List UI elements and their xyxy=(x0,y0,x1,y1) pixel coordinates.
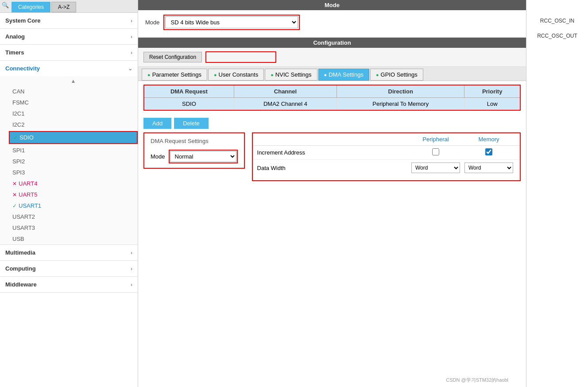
section-computing-header[interactable]: Computing › xyxy=(0,261,138,276)
cell-channel: DMA2 Channel 4 xyxy=(234,98,337,111)
peripheral-memory-box: Peripheral Memory Increment Address Data… xyxy=(252,132,521,181)
tab-dma-settings[interactable]: ● DMA Settings xyxy=(318,69,369,81)
add-button[interactable]: Add xyxy=(143,118,171,129)
check-icon-dma: ● xyxy=(324,72,327,77)
action-buttons: Add Delete xyxy=(138,114,526,132)
chevron-right-icon-computing: › xyxy=(131,266,132,272)
sidebar-item-spi2[interactable]: SPI2 xyxy=(9,156,138,167)
mode-field-row: Mode Normal Circular xyxy=(151,150,238,163)
main-content: Mode Mode SD 4 bits Wide bus SD 1 bit MM… xyxy=(138,0,526,387)
cell-direction: Peripheral To Memory xyxy=(337,98,464,111)
i2c1-label: I2C1 xyxy=(12,110,24,117)
config-toolbar: Reset Configuration xyxy=(138,48,526,67)
peripheral-increment-checkbox[interactable] xyxy=(432,148,439,155)
check-icon-sdio: ✓ xyxy=(13,135,18,141)
dma-request-settings-box: DMA Request Settings Mode Normal Circula… xyxy=(143,132,245,169)
delete-button[interactable]: Delete xyxy=(174,118,209,129)
data-width-row: Data Width Byte Half Word Word Byte Half… xyxy=(253,160,520,176)
tab-user-constants[interactable]: ● User Constants xyxy=(208,69,264,81)
sidebar-item-usart2[interactable]: USART2 xyxy=(9,211,138,222)
chevron-right-icon: › xyxy=(131,18,132,24)
data-width-label: Data Width xyxy=(257,165,409,171)
scroll-up-arrow[interactable]: ▲ xyxy=(9,76,138,86)
pm-header-spacer xyxy=(257,136,409,143)
reset-configuration-button[interactable]: Reset Configuration xyxy=(143,52,202,62)
spi3-label: SPI3 xyxy=(12,169,25,176)
search-config-box[interactable] xyxy=(205,51,276,63)
sidebar-item-fsmc[interactable]: FSMC xyxy=(9,97,138,108)
config-tabs: ● Parameter Settings ● User Constants ● … xyxy=(138,67,526,81)
tab-gpio-label: GPIO Settings xyxy=(381,71,418,78)
section-system-core-header[interactable]: System Core › xyxy=(0,13,138,28)
sidebar-item-usb[interactable]: USB xyxy=(9,233,138,244)
tab-user-constants-label: User Constants xyxy=(219,71,259,78)
tab-gpio-settings[interactable]: ● GPIO Settings xyxy=(370,69,423,81)
section-middleware: Middleware › xyxy=(0,277,138,293)
table-row[interactable]: SDIO DMA2 Channel 4 Peripheral To Memory… xyxy=(144,98,520,111)
pm-header-row: Peripheral Memory xyxy=(253,133,520,146)
section-analog-header[interactable]: Analog › xyxy=(0,29,138,44)
peripheral-increment-cell xyxy=(409,148,462,157)
sidebar: 🔍 Categories A->Z System Core › Analog ›… xyxy=(0,0,138,387)
section-connectivity-label: Connectivity xyxy=(5,65,40,72)
check-icon-user-constants: ● xyxy=(214,72,217,77)
connectivity-items: ▲ CAN FSMC I2C1 I2C2 ✓ SDIO xyxy=(0,76,138,244)
mode-dropdown-box: SD 4 bits Wide bus SD 1 bit MMC xyxy=(163,15,300,30)
mode-field-label: Mode xyxy=(151,153,165,160)
sidebar-item-spi3[interactable]: SPI3 xyxy=(9,167,138,178)
fsmc-label: FSMC xyxy=(12,99,29,106)
rcc-osc-out-label: RCC_OSC_OUT xyxy=(537,33,577,39)
config-section-title: Configuration xyxy=(313,39,351,46)
memory-data-width-select[interactable]: Byte Half Word Word xyxy=(464,163,513,173)
cell-dma-request: SDIO xyxy=(144,98,234,111)
sidebar-item-sdio[interactable]: ✓ SDIO xyxy=(9,131,138,144)
tab-az[interactable]: A->Z xyxy=(51,2,76,12)
section-connectivity: Connectivity ⌄ ▲ CAN FSMC I2C1 I2C2 ✓ xyxy=(0,61,138,245)
tab-nvic-settings[interactable]: ● NVIC Settings xyxy=(265,69,317,81)
sdio-label: SDIO xyxy=(19,134,34,141)
sidebar-item-i2c2[interactable]: I2C2 xyxy=(9,119,138,130)
col-dma-request: DMA Request xyxy=(144,85,234,98)
section-timers-label: Timers xyxy=(5,49,24,56)
section-middleware-label: Middleware xyxy=(5,281,37,288)
tab-dma-label: DMA Settings xyxy=(329,71,364,78)
memory-increment-checkbox[interactable] xyxy=(485,148,492,155)
mode-label: Mode xyxy=(145,19,160,26)
section-middleware-header[interactable]: Middleware › xyxy=(0,277,138,292)
right-panel: RCC_OSC_IN RCC_OSC_OUT xyxy=(526,0,588,387)
mode-field-select[interactable]: Normal Circular xyxy=(170,151,236,162)
section-analog-label: Analog xyxy=(5,33,25,40)
uart4-label: UART4 xyxy=(19,180,37,187)
sidebar-item-usart1[interactable]: ✓ USART1 xyxy=(9,200,138,211)
uart5-label: UART5 xyxy=(19,191,37,198)
sidebar-item-uart4[interactable]: ✕ UART4 xyxy=(9,178,138,189)
sidebar-item-can[interactable]: CAN xyxy=(9,86,138,97)
mode-field-dropdown-box: Normal Circular xyxy=(169,150,238,163)
mode-section-title: Mode xyxy=(325,2,340,8)
peripheral-data-width-select[interactable]: Byte Half Word Word xyxy=(411,163,460,173)
usart3-label: USART3 xyxy=(12,224,35,231)
section-multimedia: Multimedia › xyxy=(0,245,138,261)
sidebar-item-uart5[interactable]: ✕ UART5 xyxy=(9,189,138,200)
chevron-right-icon-timers: › xyxy=(131,50,132,56)
section-multimedia-label: Multimedia xyxy=(5,249,35,256)
section-multimedia-header[interactable]: Multimedia › xyxy=(0,245,138,260)
check-icon-usart1: ✓ xyxy=(12,203,17,209)
sidebar-item-spi1[interactable]: SPI1 xyxy=(9,145,138,156)
col-priority: Priority xyxy=(464,85,520,98)
search-icon: 🔍 xyxy=(2,2,9,12)
tab-categories[interactable]: Categories xyxy=(12,2,50,12)
check-icon-gpio: ● xyxy=(376,72,379,77)
error-icon-uart5: ✕ xyxy=(12,192,17,198)
sidebar-item-i2c1[interactable]: I2C1 xyxy=(9,108,138,119)
tab-parameter-settings[interactable]: ● Parameter Settings xyxy=(142,69,207,81)
section-connectivity-header[interactable]: Connectivity ⌄ xyxy=(0,61,138,76)
section-computing: Computing › xyxy=(0,261,138,277)
section-timers-header[interactable]: Timers › xyxy=(0,45,138,60)
can-label: CAN xyxy=(12,88,24,95)
section-system-core: System Core › xyxy=(0,13,138,29)
spi1-label: SPI1 xyxy=(12,147,25,154)
mode-select[interactable]: SD 4 bits Wide bus SD 1 bit MMC xyxy=(165,16,298,28)
col-channel: Channel xyxy=(234,85,337,98)
sidebar-item-usart3[interactable]: USART3 xyxy=(9,222,138,233)
